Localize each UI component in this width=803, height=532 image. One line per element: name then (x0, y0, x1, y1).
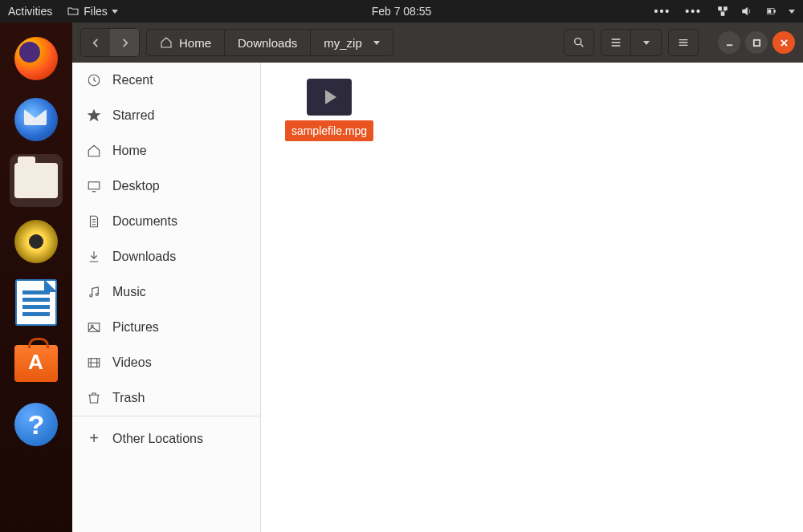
view-options-button[interactable] (631, 29, 662, 56)
path-home[interactable]: Home (146, 29, 225, 56)
sidebar-item-trash[interactable]: Trash (72, 380, 260, 416)
close-button[interactable] (772, 31, 795, 54)
titlebar: Home Downloads my_zip (72, 22, 803, 63)
list-icon (609, 36, 622, 49)
path-current[interactable]: my_zip (311, 29, 393, 56)
path-label: Home (179, 36, 211, 50)
sidebar-item-label: Starred (112, 108, 154, 123)
sidebar-item-desktop[interactable]: Desktop (72, 169, 260, 204)
gnome-top-panel: Activities Files Feb 7 08:55 ••• ••• (0, 0, 803, 22)
path-bar: Home Downloads my_zip (146, 29, 393, 56)
dock-rhythmbox[interactable] (10, 215, 63, 268)
sidebar-item-music[interactable]: Music (72, 274, 260, 310)
dock-firefox[interactable] (10, 32, 63, 85)
path-label: Downloads (238, 36, 297, 50)
sidebar-item-pictures[interactable]: Pictures (72, 310, 260, 345)
sidebar-item-label: Documents (112, 214, 177, 229)
clock-icon (87, 73, 101, 87)
folder-icon (67, 5, 79, 18)
svg-point-11 (96, 294, 98, 296)
video-icon (87, 355, 101, 370)
svg-rect-5 (768, 10, 771, 13)
file-name-label: samplefile.mpg (285, 120, 373, 141)
dock-software[interactable] (10, 337, 63, 390)
trash-icon (87, 391, 101, 405)
app-menu[interactable]: Files (67, 5, 118, 18)
chevron-down-icon (643, 41, 650, 45)
svg-point-10 (90, 294, 92, 297)
search-icon (573, 36, 585, 49)
network-icon[interactable] (716, 5, 729, 18)
sidebar-item-label: Home (112, 144, 147, 158)
minimize-button[interactable] (718, 31, 740, 54)
files-window: Home Downloads my_zip (72, 22, 803, 532)
svg-rect-2 (721, 12, 724, 15)
shopping-bag-icon (14, 345, 58, 382)
star-icon (87, 108, 101, 123)
maximize-button[interactable] (745, 31, 768, 54)
document-icon (87, 214, 101, 229)
svg-rect-9 (88, 182, 100, 189)
thunderbird-icon (14, 98, 58, 141)
sidebar-item-label: Music (112, 285, 146, 299)
speaker-icon (14, 220, 58, 263)
file-grid[interactable]: samplefile.mpg (261, 63, 803, 532)
dock-help[interactable]: ? (10, 398, 63, 451)
home-icon (160, 36, 173, 49)
firefox-icon (14, 37, 58, 80)
view-controls (601, 29, 662, 56)
sidebar-item-label: Downloads (112, 250, 176, 264)
search-button[interactable] (564, 29, 594, 56)
volume-icon[interactable] (740, 5, 753, 18)
chevron-down-icon (373, 41, 380, 45)
sidebar-item-label: Pictures (112, 320, 159, 335)
activities-button[interactable]: Activities (8, 5, 52, 18)
menu-icon (677, 36, 690, 49)
path-downloads[interactable]: Downloads (225, 29, 311, 56)
sidebar-item-label: Other Locations (112, 432, 203, 446)
help-icon: ? (14, 403, 58, 446)
file-item[interactable]: samplefile.mpg (285, 79, 373, 141)
document-icon (15, 279, 57, 326)
hamburger-menu-button[interactable] (668, 29, 699, 56)
sidebar-item-downloads[interactable]: Downloads (72, 239, 260, 274)
clock[interactable]: Feb 7 08:55 (372, 5, 432, 18)
download-icon (87, 250, 101, 264)
forward-button[interactable] (110, 29, 139, 56)
dock-libreoffice[interactable] (10, 276, 63, 329)
svg-rect-1 (724, 7, 727, 10)
sidebar-item-documents[interactable]: Documents (72, 204, 260, 239)
launcher-dock: ? (0, 22, 72, 532)
sidebar-item-home[interactable]: Home (72, 133, 260, 169)
chevron-down-icon (112, 10, 118, 14)
image-icon (87, 320, 101, 335)
play-icon (325, 90, 336, 104)
dock-thunderbird[interactable] (10, 93, 63, 146)
dock-files[interactable] (10, 154, 63, 207)
sidebar-item-videos[interactable]: Videos (72, 345, 260, 380)
sidebar-item-label: Recent (112, 73, 153, 87)
video-thumbnail (307, 79, 352, 116)
app-menu-label: Files (84, 5, 108, 18)
folder-icon (14, 163, 58, 198)
status-dots-icon[interactable]: ••• (654, 5, 671, 18)
svg-rect-0 (719, 7, 722, 10)
desktop-icon (87, 179, 101, 193)
svg-point-6 (575, 39, 581, 45)
sidebar-item-recent[interactable]: Recent (72, 63, 260, 98)
sidebar-other-locations[interactable]: + Other Locations (72, 416, 260, 461)
back-button[interactable] (81, 29, 110, 56)
plus-icon: + (87, 429, 101, 448)
status-dots-icon[interactable]: ••• (685, 5, 702, 18)
music-icon (87, 285, 101, 299)
chevron-down-icon[interactable] (789, 10, 795, 14)
sidebar-item-label: Videos (112, 355, 152, 370)
svg-rect-7 (753, 39, 759, 45)
list-view-button[interactable] (601, 29, 631, 56)
sidebar-item-starred[interactable]: Starred (72, 98, 260, 133)
sidebar-item-label: Desktop (112, 179, 160, 193)
battery-icon[interactable] (764, 5, 777, 18)
home-icon (87, 144, 101, 158)
nav-buttons (80, 28, 140, 57)
path-label: my_zip (324, 36, 362, 50)
